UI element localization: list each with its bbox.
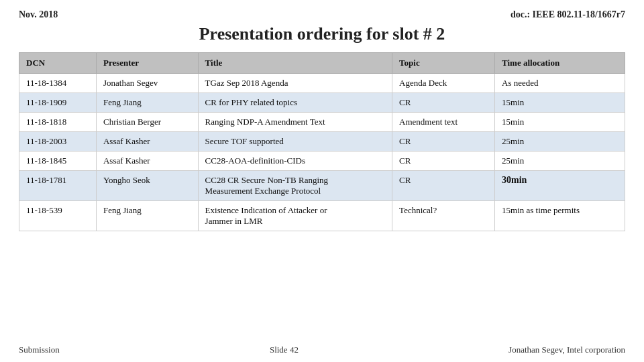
- cell-time: 15min: [495, 93, 625, 113]
- header-doc: doc.: IEEE 802.11-18/1667r7: [511, 9, 625, 20]
- cell-presenter: Feng Jiang: [96, 93, 198, 113]
- cell-dcn: 11-18-539: [19, 201, 97, 231]
- col-title: Title: [198, 53, 392, 74]
- cell-time: 15min: [495, 113, 625, 132]
- cell-presenter: Feng Jiang: [96, 201, 198, 231]
- presentation-table: DCN Presenter Title Topic Time allocatio…: [19, 52, 625, 231]
- cell-presenter: Yongho Seok: [96, 171, 198, 201]
- cell-presenter: Assaf Kasher: [96, 152, 198, 171]
- cell-dcn: 11-18-1384: [19, 74, 97, 93]
- cell-time: 15min as time permits: [495, 201, 625, 231]
- cell-dcn: 11-18-1845: [19, 152, 97, 171]
- page-title: Presentation ordering for slot # 2: [19, 24, 625, 44]
- cell-title: CR for PHY related topics: [198, 93, 392, 113]
- table-body: 11-18-1384Jonathan SegevTGaz Sep 2018 Ag…: [19, 74, 625, 231]
- cell-dcn: 11-18-2003: [19, 132, 97, 152]
- table-row: 11-18-1781Yongho SeokCC28 CR Secure Non-…: [19, 171, 625, 201]
- col-time: Time allocation: [495, 53, 625, 74]
- page: Nov. 2018 doc.: IEEE 802.11-18/1667r7 Pr…: [0, 0, 644, 362]
- cell-title: CC28-AOA-definition-CIDs: [198, 152, 392, 171]
- col-dcn: DCN: [19, 53, 97, 74]
- cell-title: Secure TOF supported: [198, 132, 392, 152]
- cell-title: Existence Indication of Attacker orJamme…: [198, 201, 392, 231]
- footer-center: Slide 42: [270, 345, 299, 355]
- cell-presenter: Jonathan Segev: [96, 74, 198, 93]
- cell-dcn: 11-18-1909: [19, 93, 97, 113]
- cell-topic: Technical?: [392, 201, 495, 231]
- header: Nov. 2018 doc.: IEEE 802.11-18/1667r7: [19, 9, 625, 20]
- cell-title: CC28 CR Secure Non-TB RangingMeasurement…: [198, 171, 392, 201]
- cell-presenter: Assaf Kasher: [96, 132, 198, 152]
- cell-dcn: 11-18-1781: [19, 171, 97, 201]
- table-row: 11-18-1384Jonathan SegevTGaz Sep 2018 Ag…: [19, 74, 625, 93]
- cell-dcn: 11-18-1818: [19, 113, 97, 132]
- footer-right: Jonathan Segev, Intel corporation: [508, 345, 625, 355]
- table-row: 11-18-1909Feng JiangCR for PHY related t…: [19, 93, 625, 113]
- cell-time: 25min: [495, 152, 625, 171]
- cell-title: TGaz Sep 2018 Agenda: [198, 74, 392, 93]
- cell-topic: CR: [392, 152, 495, 171]
- cell-topic: Amendment text: [392, 113, 495, 132]
- cell-topic: CR: [392, 171, 495, 201]
- header-date: Nov. 2018: [19, 9, 58, 20]
- footer-left: Submission: [19, 345, 60, 355]
- cell-topic: Agenda Deck: [392, 74, 495, 93]
- table-header-row: DCN Presenter Title Topic Time allocatio…: [19, 53, 625, 74]
- table-row: 11-18-539Feng JiangExistence Indication …: [19, 201, 625, 231]
- cell-topic: CR: [392, 132, 495, 152]
- col-topic: Topic: [392, 53, 495, 74]
- cell-time: As needed: [495, 74, 625, 93]
- cell-time: 30min: [495, 171, 625, 201]
- col-presenter: Presenter: [96, 53, 198, 74]
- cell-presenter: Christian Berger: [96, 113, 198, 132]
- table-row: 11-18-1845Assaf KasherCC28-AOA-definitio…: [19, 152, 625, 171]
- cell-time: 25min: [495, 132, 625, 152]
- table-row: 11-18-1818Christian BergerRanging NDP-A …: [19, 113, 625, 132]
- cell-topic: CR: [392, 93, 495, 113]
- table-row: 11-18-2003Assaf KasherSecure TOF support…: [19, 132, 625, 152]
- footer: Submission Slide 42 Jonathan Segev, Inte…: [19, 339, 625, 355]
- cell-title: Ranging NDP-A Amendment Text: [198, 113, 392, 132]
